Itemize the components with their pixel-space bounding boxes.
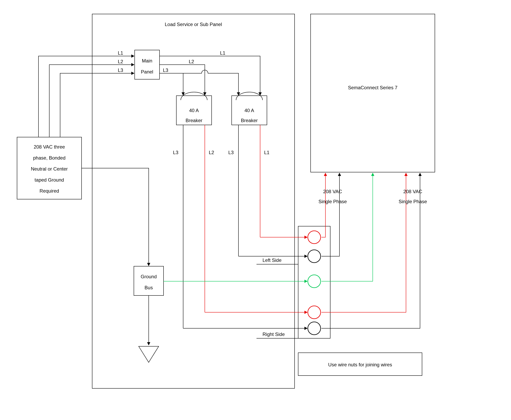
phase-left-line2: Single Phase — [318, 199, 347, 204]
label-l1c: L1 — [264, 150, 270, 155]
phase-left-line1: 208 VAC — [323, 189, 342, 194]
right-side-label: Right Side — [263, 331, 285, 337]
breaker-right-line1: 40 A — [244, 108, 254, 113]
phase-right-line1: 208 VAC — [403, 189, 422, 194]
main-panel-line1: Main — [142, 58, 152, 63]
source-line4: taped Ground — [35, 177, 64, 183]
wire-nut-text: Use wire nuts for joining wires — [328, 362, 392, 367]
ground-bus-line2: Bus — [145, 285, 153, 290]
terminal-4-red — [308, 306, 321, 319]
wire-l3-out-left — [160, 73, 183, 95]
source-line5: Required — [39, 188, 59, 194]
breaker-left-line1: 40 A — [189, 108, 199, 113]
phase-right-line2: Single Phase — [399, 199, 427, 204]
breaker-left-arc — [181, 92, 207, 100]
ground-bus-line1: Ground — [141, 274, 157, 279]
main-panel-box — [135, 50, 160, 79]
wire-l2-in — [49, 65, 134, 137]
label-l3d: L3 — [228, 150, 234, 155]
ground-symbol — [139, 346, 159, 362]
sema-box — [311, 14, 435, 172]
label-l3b: L3 — [163, 68, 168, 73]
label-l2b: L2 — [189, 59, 194, 64]
wire-l1-out — [160, 56, 260, 95]
source-line3: Neutral or Center — [31, 166, 68, 172]
breaker-right-line2: Breaker — [241, 118, 258, 123]
breaker-left-line2: Breaker — [186, 118, 202, 123]
wiring-diagram: Load Service or Sub Panel 208 VAC three … — [0, 0, 511, 420]
terminal-2-black — [308, 250, 321, 263]
wire-t1-sema — [321, 173, 325, 237]
main-panel-line2: Panel — [141, 69, 153, 75]
source-line1: 208 VAC three — [34, 144, 65, 150]
ground-bus-box — [134, 266, 163, 295]
sub-panel-title: Load Service or Sub Panel — [165, 22, 222, 27]
sema-title: SemaConnect Series 7 — [348, 85, 398, 90]
breaker-right-arc — [236, 92, 263, 100]
terminal-box — [298, 226, 330, 338]
source-line2: phase, Bonded — [33, 155, 65, 161]
wire-t4-sema — [321, 173, 406, 312]
wire-l3-out-right — [183, 70, 239, 95]
terminal-5-black — [308, 322, 321, 335]
wire-t5-sema — [321, 173, 420, 328]
label-l2c: L2 — [209, 150, 214, 155]
label-l1b: L1 — [220, 50, 225, 56]
wire-src-ground — [82, 168, 149, 265]
label-l3c: L3 — [173, 150, 178, 155]
wire-l3-in — [60, 73, 134, 137]
terminal-1-red — [308, 231, 321, 244]
label-l2a: L2 — [118, 59, 123, 64]
left-side-label: Left Side — [263, 257, 282, 263]
terminal-3-green — [308, 275, 321, 288]
label-l1a: L1 — [118, 50, 123, 56]
label-l3a: L3 — [118, 68, 123, 73]
